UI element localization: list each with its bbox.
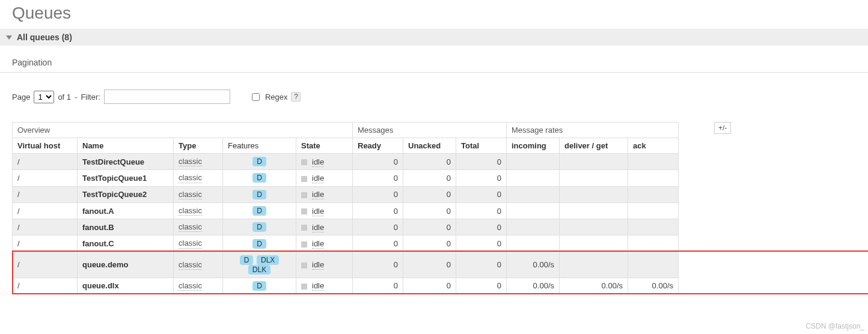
help-icon[interactable]: ?: [291, 92, 301, 102]
cell-vhost: /: [13, 170, 78, 186]
cell-unacked: 0: [403, 235, 456, 252]
feature-badge: D: [252, 190, 266, 199]
cell-unacked: 0: [403, 278, 456, 294]
queue-link[interactable]: TestTopicQueue1: [82, 174, 147, 183]
cell-unacked: 0: [403, 252, 456, 278]
chevron-down-icon: [6, 35, 12, 40]
col-deliver-get[interactable]: deliver / get: [560, 138, 628, 154]
feature-badge: D: [240, 255, 254, 265]
table-row: /TestTopicQueue1classicDidle000: [13, 170, 679, 186]
page-select[interactable]: 1: [34, 91, 54, 103]
queue-link[interactable]: fanout.A: [82, 207, 114, 216]
cell-total: 0: [456, 186, 507, 202]
table-row: /TestDirectQueueclassicDidle000: [13, 154, 679, 170]
queue-link[interactable]: TestDirectQueue: [82, 157, 144, 166]
cell-ack: [628, 202, 679, 219]
feature-badge: D: [252, 239, 266, 249]
state-icon: [301, 159, 307, 165]
cell-vhost: /: [13, 154, 78, 170]
pager-separator: -: [75, 93, 77, 102]
cell-deliver-get: [560, 219, 628, 235]
cell-incoming: [507, 186, 560, 202]
queue-link[interactable]: fanout.B: [82, 223, 114, 232]
cell-unacked: 0: [403, 170, 456, 186]
state-icon: [301, 208, 307, 214]
queue-link[interactable]: queue.dlx: [82, 281, 119, 290]
cell-deliver-get: [560, 186, 628, 202]
cell-incoming: [507, 202, 560, 219]
cell-name: fanout.C: [78, 235, 174, 252]
cell-state: idle: [296, 154, 353, 170]
col-unacked[interactable]: Unacked: [403, 138, 456, 154]
section-all-queues[interactable]: All queues (8): [0, 29, 868, 46]
cell-total: 0: [456, 170, 507, 186]
cell-state: idle: [296, 252, 353, 278]
cell-type: classic: [174, 235, 223, 252]
col-type[interactable]: Type: [174, 138, 223, 154]
cell-type: classic: [174, 170, 223, 186]
cell-features: D: [223, 202, 296, 219]
cell-total: 0: [456, 235, 507, 252]
cell-unacked: 0: [403, 186, 456, 202]
cell-features: D: [223, 154, 296, 170]
cell-ready: 0: [353, 170, 403, 186]
cell-vhost: /: [13, 252, 78, 278]
section-title: All queues (8): [17, 32, 72, 42]
cell-features: D: [223, 235, 296, 252]
feature-badge: D: [252, 222, 266, 232]
group-overview: Overview: [13, 123, 353, 138]
cell-name: queue.demo: [78, 252, 174, 278]
columns-toggle[interactable]: +/-: [714, 122, 731, 134]
cell-name: fanout.B: [78, 219, 174, 235]
pager: Page 1 of 1 - Filter: Regex ?: [12, 90, 856, 104]
cell-unacked: 0: [403, 219, 456, 235]
col-features[interactable]: Features: [223, 138, 296, 154]
cell-features: D: [223, 186, 296, 202]
col-vhost[interactable]: Virtual host: [13, 138, 78, 154]
cell-type: classic: [174, 219, 223, 235]
group-messages: Messages: [353, 123, 507, 138]
cell-state: idle: [296, 186, 353, 202]
col-incoming[interactable]: incoming: [507, 138, 560, 154]
table-row: /queue.dlxclassicDidle0000.00/s0.00/s0.0…: [13, 278, 679, 294]
cell-total: 0: [456, 154, 507, 170]
filter-input[interactable]: [104, 90, 230, 104]
queue-link[interactable]: queue.demo: [82, 260, 129, 269]
regex-label: Regex: [265, 93, 288, 102]
cell-ready: 0: [353, 154, 403, 170]
cell-deliver-get: [560, 202, 628, 219]
cell-incoming: 0.00/s: [507, 252, 560, 278]
cell-incoming: [507, 219, 560, 235]
cell-state: idle: [296, 170, 353, 186]
cell-features: D DLX DLK: [223, 252, 296, 278]
state-icon: [301, 263, 307, 269]
cell-ack: [628, 235, 679, 252]
cell-ack: [628, 170, 679, 186]
cell-ready: 0: [353, 186, 403, 202]
queue-link[interactable]: fanout.C: [82, 239, 114, 248]
col-state[interactable]: State: [296, 138, 353, 154]
queue-link[interactable]: TestTopicQueue2: [82, 190, 147, 199]
cell-ack: [628, 186, 679, 202]
cell-type: classic: [174, 154, 223, 170]
feature-badge: D: [252, 281, 266, 291]
col-ready[interactable]: Ready: [353, 138, 403, 154]
cell-deliver-get: [560, 235, 628, 252]
table-row: /TestTopicQueue2classicDidle000: [13, 186, 679, 202]
cell-deliver-get: [560, 154, 628, 170]
cell-ack: [628, 219, 679, 235]
col-name[interactable]: Name: [78, 138, 174, 154]
feature-badge: DLX: [257, 255, 279, 265]
state-icon: [301, 284, 307, 290]
divider: [0, 72, 868, 73]
col-ack[interactable]: ack: [628, 138, 679, 154]
cell-deliver-get: 0.00/s: [560, 278, 628, 294]
cell-state: idle: [296, 235, 353, 252]
state-icon: [301, 176, 307, 182]
table-row: /fanout.AclassicDidle000: [13, 202, 679, 219]
cell-unacked: 0: [403, 154, 456, 170]
col-total[interactable]: Total: [456, 138, 507, 154]
cell-vhost: /: [13, 219, 78, 235]
table-row: /fanout.CclassicDidle000: [13, 235, 679, 252]
regex-checkbox[interactable]: [252, 93, 260, 101]
